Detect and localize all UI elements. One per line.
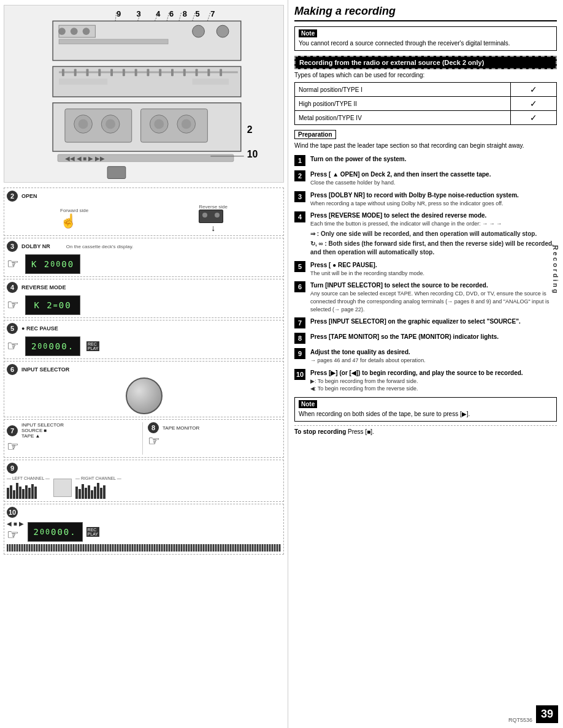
- stop-recording-text: Press [■].: [348, 428, 374, 435]
- svg-text:9: 9: [117, 9, 121, 18]
- step-5-recpause-label: ● REC PAUSE: [21, 325, 58, 332]
- input-selector-knob[interactable]: [126, 377, 163, 414]
- step-7-tape-label: TAPE ▲: [21, 433, 64, 439]
- step-2-open-label: OPEN: [21, 193, 37, 199]
- step-7-badge: 7: [7, 425, 18, 436]
- step-2-bold: Press [ ▲ OPEN] on Deck 2, and then inse…: [310, 171, 491, 178]
- instruction-step-8: 8 Press [TAPE MONITOR] so the TAPE (MONI…: [294, 333, 557, 344]
- step-5-display: 200 000.: [25, 336, 80, 356]
- step-10-rec-badge: RECPLAY: [86, 527, 99, 537]
- forward-label: Forward side: [60, 208, 88, 213]
- svg-rect-26: [74, 69, 77, 76]
- step-5-badge: 5: [7, 323, 18, 334]
- step-num-6: 6: [294, 281, 305, 292]
- svg-point-13: [193, 25, 205, 37]
- tape-types-subtext: Types of tapes which can be used for rec…: [294, 72, 557, 78]
- doc-number: RQT5536: [508, 717, 532, 723]
- step-10-display: 200 000.: [28, 522, 83, 542]
- step-num-5: 5: [294, 261, 305, 272]
- step-content-9: Adjust the tone quality as desired. → pa…: [310, 348, 557, 365]
- step-num-10: 10: [294, 369, 305, 380]
- step-content-1: Turn on the power of the system.: [310, 155, 557, 164]
- step-7-hand-icon: ☞: [7, 439, 19, 455]
- table-row: Normal position/TYPE I ✓: [295, 83, 557, 97]
- instruction-step-4: 4 Press [REVERSE MODE] to select the des…: [294, 211, 557, 257]
- reverse-label: Reverse side: [199, 204, 228, 210]
- svg-rect-37: [207, 69, 210, 76]
- right-channel-label: — RIGHT CHANNEL —: [75, 476, 121, 480]
- step-content-6: Turn [INPUT SELECTOR] to select the sour…: [310, 281, 557, 313]
- svg-point-10: [58, 28, 66, 35]
- instruction-step-7: 7 Press [INPUT SELECTOR] on the graphic …: [294, 317, 557, 328]
- svg-text:8: 8: [183, 9, 187, 18]
- step-content-7: Press [INPUT SELECTOR] on the graphic eq…: [310, 317, 557, 326]
- recording-section-header: Recording from the radio or external sou…: [294, 56, 557, 69]
- step-8-hand-icon: ☞: [148, 433, 160, 449]
- step-6-sub: Any source can be selected except TAPE. …: [310, 290, 557, 313]
- recording-side-label: Recording: [552, 245, 559, 295]
- step-6-badge: 6: [7, 364, 18, 375]
- step-content-5: Press [ ● REC PAUSE]. The unit will be i…: [310, 261, 557, 278]
- step-10-badge: 10: [7, 507, 18, 518]
- note-box: Note You cannot record a source connecte…: [294, 26, 557, 51]
- step-10-bold: Press [▶] (or [◀]) to begin recording, a…: [310, 370, 523, 376]
- left-channel-label: — LEFT CHANNEL —: [7, 476, 50, 480]
- stop-recording-section: To stop recording Press [■].: [294, 425, 557, 435]
- svg-text:10: 10: [247, 149, 258, 159]
- step-3-display-hint: On the cassette deck's display.: [66, 244, 133, 249]
- step-content-8: Press [TAPE MONITOR] so the TAPE (MONITO…: [310, 333, 557, 341]
- table-row: High position/TYPE II ✓: [295, 97, 557, 111]
- step-4-section: 4 REVERSE MODE ☞ K 2= 00: [4, 279, 284, 318]
- step-10-transport: ◀ ■ ▶: [7, 520, 24, 527]
- left-panel: 9 3 4 6 8 5 7: [0, 0, 288, 728]
- step-7-label: INPUT SELECTOR: [21, 422, 64, 428]
- svg-rect-29: [110, 69, 113, 76]
- step-4-badge: 4: [7, 282, 18, 293]
- step-9-section: 9 — LEFT CHANNEL —: [4, 460, 284, 502]
- svg-rect-40: [193, 78, 229, 85]
- step-6-section: 6 INPUT SELECTOR: [4, 361, 284, 417]
- svg-point-11: [71, 28, 78, 35]
- step-3-dolby-label: DOLBY NR: [21, 243, 50, 249]
- step-3-bold: Press [DOLBY NR] to record with Dolby B-…: [310, 192, 519, 199]
- svg-point-44: [79, 119, 88, 129]
- step-8-bold: Press [TAPE MONITOR] so the TAPE (MONITO…: [310, 333, 499, 340]
- svg-rect-32: [147, 69, 149, 76]
- note2-label: Note: [299, 400, 317, 408]
- center-display-box: [53, 479, 72, 497]
- step-content-4: Press [REVERSE MODE] to select the desir…: [310, 211, 557, 257]
- svg-text:6: 6: [169, 9, 174, 18]
- reverse-hand-icon: ☞: [7, 297, 19, 313]
- svg-rect-35: [183, 69, 186, 76]
- svg-text:5: 5: [196, 9, 200, 18]
- prep-label: Preparation: [294, 130, 336, 139]
- svg-rect-15: [59, 39, 168, 44]
- step-5-bold: Press [ ● REC PAUSE].: [310, 262, 377, 268]
- svg-rect-33: [159, 69, 161, 76]
- step-9-badge: 9: [7, 463, 18, 474]
- step-num-7: 7: [294, 317, 305, 328]
- step-1-bold: Turn on the power of the system.: [310, 156, 407, 162]
- left-eq-bars: [7, 480, 50, 499]
- tape-type-3: Metal position/TYPE IV: [295, 111, 511, 125]
- reverse-mode-sub1: ⇒ : Only one side will be recorded, and …: [310, 230, 557, 238]
- instruction-step-10: 10 Press [▶] (or [◀]) to begin recording…: [294, 369, 557, 393]
- instruction-step-2: 2 Press [ ▲ OPEN] on Deck 2, and then in…: [294, 170, 557, 187]
- tape-check-2: ✓: [510, 97, 556, 111]
- step-content-3: Press [DOLBY NR] to record with Dolby B-…: [310, 191, 557, 208]
- step-5-sub: The unit will be in the recording standb…: [310, 270, 557, 278]
- open-hand-icon: ☝: [60, 213, 77, 229]
- step-4-sub: Each time the button is pressed, the ind…: [310, 220, 557, 228]
- step-content-2: Press [ ▲ OPEN] on Deck 2, and then inse…: [310, 170, 557, 187]
- right-eq-bars: [75, 480, 121, 499]
- svg-point-49: [154, 119, 164, 129]
- step-9-bold: Adjust the tone quality as desired.: [310, 349, 410, 355]
- step-2-section: 2 OPEN Forward side ☝ Reverse side ↓: [4, 188, 284, 236]
- tape-meter-bar: [7, 544, 281, 552]
- cassette-icon: [199, 210, 223, 223]
- tape-check-3: ✓: [510, 111, 556, 125]
- step-6-inputsel-label: INPUT SELECTOR: [21, 366, 69, 373]
- step-7-8-section: 7 INPUT SELECTOR SOURCE ■ TAPE ▲ ☞ 8 TAP…: [4, 419, 284, 458]
- stop-recording-label: To stop recording: [294, 428, 346, 435]
- step-8-badge: 8: [148, 422, 159, 433]
